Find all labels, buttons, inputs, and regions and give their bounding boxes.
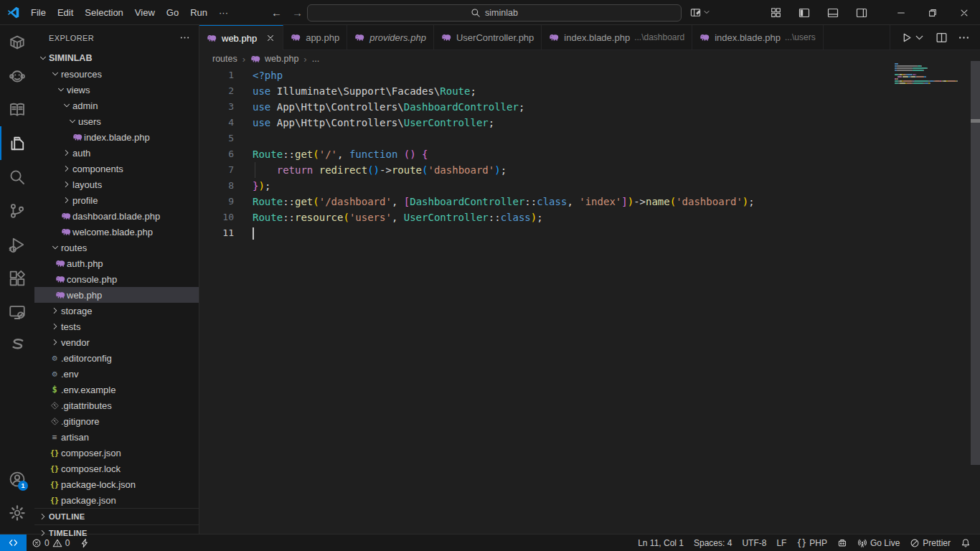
tree-item-routes[interactable]: routes <box>34 240 199 255</box>
tree-item-composer-json[interactable]: {}composer.json <box>34 445 199 461</box>
line-number[interactable]: 10 <box>199 209 234 225</box>
activity-item-files[interactable] <box>0 126 34 160</box>
split-editor-button[interactable] <box>936 32 948 44</box>
status-prettier[interactable]: Prettier <box>905 534 956 551</box>
tree-item-package-lock-json[interactable]: {}package-lock.json <box>34 476 199 492</box>
menu-go[interactable]: Go <box>161 4 184 21</box>
toggle-secondary-sidebar-button[interactable] <box>851 2 872 24</box>
code-line[interactable]: 8}); <box>199 178 980 194</box>
code-line[interactable]: 5 <box>199 131 980 146</box>
code-line[interactable]: 7 return redirect()->route('dashboard'); <box>199 162 980 178</box>
status-go-live[interactable]: Go Live <box>852 534 905 551</box>
tree-item-dashboard-blade-php[interactable]: dashboard.blade.php <box>34 208 199 224</box>
activity-item-run-debug[interactable] <box>0 227 34 261</box>
tree-item--gitattributes[interactable]: .gitattributes <box>34 397 199 413</box>
tab-index-blade-php[interactable]: index.blade.php...\dashboard <box>542 25 692 50</box>
tree-item-package-json[interactable]: {}package.json <box>34 492 199 508</box>
code-line[interactable]: 9Route::get('/dashboard', [DashboardCont… <box>199 194 980 209</box>
tree-item-views[interactable]: views <box>34 82 199 98</box>
breadcrumb-item-[interactable]: ... <box>312 54 319 64</box>
tree-item-artisan[interactable]: ≡artisan <box>34 429 199 445</box>
line-number[interactable]: 7 <box>199 162 234 178</box>
activity-item-extensions[interactable] <box>0 261 34 295</box>
activity-item-remote-monitor[interactable] <box>0 295 34 329</box>
code-line[interactable]: 6Route::get('/', function () { <box>199 146 980 162</box>
status-remote[interactable] <box>0 534 27 551</box>
status-cursor-position[interactable]: Ln 11, Col 1 <box>633 534 689 551</box>
status-extension-status[interactable] <box>832 534 852 551</box>
status-language-mode[interactable]: {}PHP <box>791 534 832 551</box>
breadcrumb-item-webphp[interactable]: web.php <box>250 54 298 64</box>
tree-item-layouts[interactable]: layouts <box>34 176 199 192</box>
tree-item--editorconfig[interactable]: ⚙.editorconfig <box>34 350 199 366</box>
activity-item-account[interactable]: 1 <box>0 462 34 496</box>
tree-item-components[interactable]: components <box>34 161 199 176</box>
back-button[interactable]: ← <box>271 6 282 19</box>
activity-item-search[interactable] <box>0 160 34 194</box>
command-center-search[interactable]: siminlab <box>307 4 682 22</box>
menu-[interactable]: ··· <box>213 4 234 21</box>
toggle-panel-button[interactable] <box>822 2 844 24</box>
code-line[interactable]: 10Route::resource('users', UserControlle… <box>199 209 980 225</box>
line-number[interactable]: 3 <box>199 99 234 115</box>
line-number[interactable]: 1 <box>199 67 234 83</box>
tree-item-composer-lock[interactable]: {}composer.lock <box>34 461 199 476</box>
tree-item-profile[interactable]: profile <box>34 192 199 208</box>
tree-item-auth-php[interactable]: auth.php <box>34 255 199 271</box>
tree-root-siminlab[interactable]: SIMINLAB <box>34 50 199 66</box>
tree-item-index-blade-php[interactable]: index.blade.php <box>34 129 199 145</box>
code-line[interactable]: 11 <box>199 225 980 241</box>
line-number[interactable]: 5 <box>199 131 234 146</box>
section-outline[interactable]: OUTLINE <box>34 508 199 524</box>
tree-item--env-example[interactable]: $.env.example <box>34 382 199 397</box>
tab-web-php[interactable]: web.php <box>199 25 283 50</box>
status-encoding[interactable]: UTF-8 <box>737 534 771 551</box>
code-editor[interactable]: 1<?php2use Illuminate\Support\Facades\Ro… <box>199 67 980 241</box>
editor-more-actions-button[interactable] <box>958 32 970 44</box>
tree-item-tests[interactable]: tests <box>34 319 199 334</box>
tree-item-web-php[interactable]: web.php <box>34 287 199 303</box>
status-notifications[interactable] <box>956 534 976 551</box>
line-number[interactable]: 9 <box>199 194 234 209</box>
layout-dropdown-button[interactable] <box>690 7 711 18</box>
tab-close-button[interactable] <box>265 33 275 43</box>
explorer-more-actions-button[interactable] <box>179 32 190 43</box>
minimize-button[interactable] <box>885 0 917 25</box>
code-line[interactable]: 1<?php <box>199 67 980 83</box>
close-button[interactable] <box>948 0 980 25</box>
editor-scrollbar[interactable] <box>971 61 980 465</box>
tree-item-welcome-blade-php[interactable]: welcome.blade.php <box>34 224 199 240</box>
tree-item-vendor[interactable]: vendor <box>34 334 199 350</box>
line-number[interactable]: 6 <box>199 146 234 162</box>
status-laravel-bolt[interactable] <box>75 534 95 551</box>
activity-item-source-control[interactable] <box>0 194 34 227</box>
code-line[interactable]: 2use Illuminate\Support\Facades\Route; <box>199 83 980 99</box>
run-button[interactable] <box>900 32 925 44</box>
tab-providers-php[interactable]: providers.php <box>347 25 434 50</box>
tab-app-php[interactable]: app.php <box>283 25 347 50</box>
tab-usercontroller-php[interactable]: UserController.php <box>434 25 542 50</box>
status-eol[interactable]: LF <box>771 534 791 551</box>
customize-layout-button[interactable] <box>765 2 786 24</box>
tree-item--gitignore[interactable]: .gitignore <box>34 413 199 429</box>
toggle-sidebar-button[interactable] <box>793 2 815 24</box>
tab-index-blade-php[interactable]: index.blade.php...\users <box>692 25 824 50</box>
line-number[interactable]: 4 <box>199 115 234 131</box>
activity-item-settings-gear[interactable] <box>0 496 34 529</box>
line-number[interactable]: 8 <box>199 178 234 194</box>
activity-item-book[interactable] <box>0 93 34 126</box>
activity-item-container[interactable] <box>0 25 34 59</box>
minimap[interactable] <box>895 63 965 87</box>
forward-button[interactable]: → <box>292 6 303 19</box>
status-problems[interactable]: 00 <box>27 534 75 551</box>
code-line[interactable]: 3use App\Http\Controllers\DashboardContr… <box>199 99 980 115</box>
menu-file[interactable]: File <box>25 4 52 21</box>
menu-edit[interactable]: Edit <box>52 4 79 21</box>
menu-view[interactable]: View <box>129 4 161 21</box>
tree-item-resources[interactable]: resources <box>34 66 199 82</box>
line-number[interactable]: 2 <box>199 83 234 99</box>
line-number[interactable]: 11 <box>199 225 234 241</box>
tree-item-admin[interactable]: admin <box>34 98 199 113</box>
tree-item-auth[interactable]: auth <box>34 145 199 161</box>
tree-item--env[interactable]: ⚙.env <box>34 366 199 382</box>
